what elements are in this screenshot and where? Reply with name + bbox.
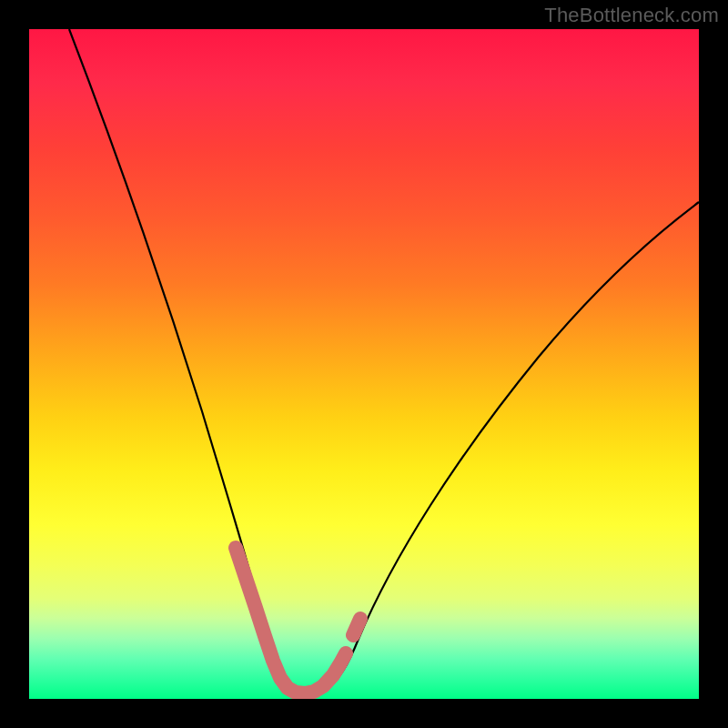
curve-layer bbox=[29, 29, 699, 699]
chart-frame: TheBottleneck.com bbox=[0, 0, 728, 728]
plot-area bbox=[29, 29, 699, 699]
bottleneck-curve bbox=[69, 29, 699, 694]
highlight-segment bbox=[236, 548, 360, 693]
watermark-text: TheBottleneck.com bbox=[544, 4, 719, 27]
